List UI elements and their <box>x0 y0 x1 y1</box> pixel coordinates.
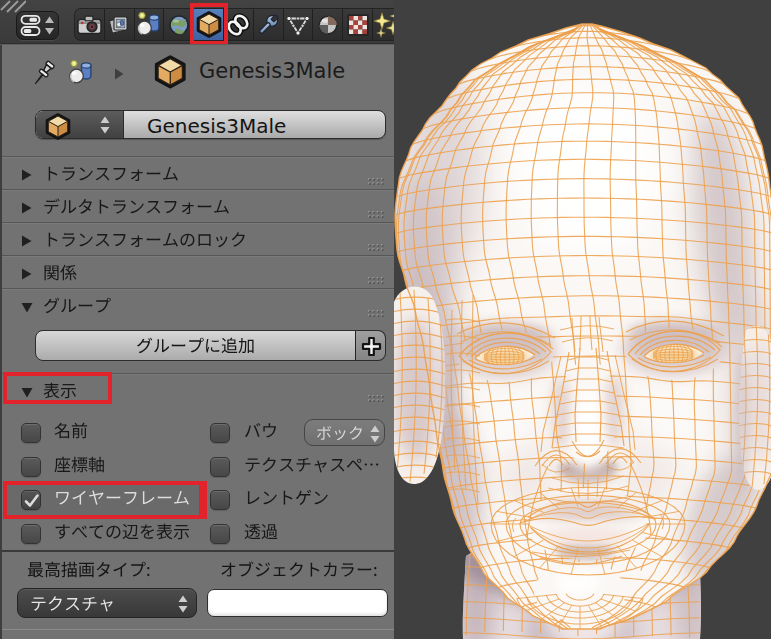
draw-type-value <box>30 595 115 616</box>
tab-material[interactable] <box>313 9 343 40</box>
annotation-box-object-tab <box>190 3 228 45</box>
chevron-collapsed-icon <box>20 200 33 219</box>
checkbox-unchecked[interactable] <box>210 524 230 544</box>
checkbox-label[interactable] <box>54 422 88 443</box>
add-to-group-button[interactable] <box>35 330 356 361</box>
wrench-icon <box>255 12 281 38</box>
panel-grip-icon[interactable] <box>367 170 384 177</box>
plus-icon <box>361 336 382 361</box>
checkbox-unchecked[interactable] <box>210 457 230 477</box>
scene-icon[interactable] <box>66 57 96 92</box>
dropdown-arrows-icon <box>368 423 382 449</box>
tab-constraints[interactable] <box>224 9 254 40</box>
chevron-collapsed-icon <box>20 167 33 186</box>
properties-editor: Genesis3Male Genesis3Male <box>0 0 394 639</box>
scene-icon <box>134 9 164 40</box>
editor-type-button[interactable] <box>16 11 59 40</box>
panel-left-edge <box>0 45 2 639</box>
world-icon <box>167 13 191 37</box>
panel-label <box>43 198 230 219</box>
mesh-data-icon <box>285 12 311 38</box>
panel-grip-icon[interactable] <box>367 269 384 276</box>
tab-object-data[interactable] <box>284 9 314 40</box>
divider <box>0 629 394 630</box>
checkbox-unchecked[interactable] <box>21 423 41 443</box>
checkbox-label[interactable] <box>54 456 105 477</box>
texture-icon <box>346 13 370 37</box>
add-group-plus-button[interactable] <box>355 330 386 361</box>
chain-icon <box>224 11 252 39</box>
panel-grip-icon[interactable] <box>367 203 384 210</box>
panel-label <box>43 297 111 318</box>
panel-grip-icon[interactable] <box>367 387 384 394</box>
breadcrumb: Genesis3Male <box>0 45 394 105</box>
annotation-box-wireframe <box>3 481 207 519</box>
bounds-type-dropdown[interactable] <box>304 419 385 446</box>
checkbox-label[interactable] <box>244 523 278 544</box>
tab-texture[interactable] <box>343 9 373 40</box>
panel-header-0[interactable] <box>0 156 394 189</box>
wireframe-head <box>394 0 771 639</box>
panel-grip-icon[interactable] <box>367 236 384 243</box>
panel-header-4[interactable] <box>0 288 394 321</box>
properties-tab-strip <box>75 9 394 40</box>
tab-render-layers[interactable] <box>105 9 135 40</box>
chevron-expanded-icon <box>20 299 34 318</box>
object-color-swatch[interactable] <box>207 589 388 617</box>
object-icon <box>45 113 71 144</box>
object-color-label <box>220 561 378 582</box>
dropdown-arrows-icon <box>176 593 190 619</box>
checkbox-label[interactable] <box>244 422 278 443</box>
checkbox-unchecked[interactable] <box>210 423 230 443</box>
pin-icon[interactable] <box>27 57 59 95</box>
panel-grip-icon[interactable] <box>367 302 384 309</box>
object-name-field[interactable]: Genesis3Male <box>35 110 386 139</box>
divider <box>0 44 394 45</box>
panel-header-1[interactable] <box>0 189 394 222</box>
chevron-collapsed-icon <box>20 233 33 252</box>
checkbox-label[interactable] <box>244 456 380 477</box>
panel-label <box>43 264 77 285</box>
panel-header-2[interactable] <box>0 222 394 255</box>
material-icon <box>316 13 340 37</box>
viewport-3d[interactable] <box>394 0 771 639</box>
draw-type-label <box>27 561 151 582</box>
tab-render[interactable] <box>75 9 105 40</box>
object-icon <box>154 55 187 93</box>
chevron-collapsed-icon <box>20 266 33 285</box>
tab-particles[interactable] <box>373 9 394 40</box>
object-name-value[interactable]: Genesis3Male <box>147 114 286 138</box>
checkbox-unchecked[interactable] <box>21 524 41 544</box>
render-layers-icon <box>107 13 131 37</box>
breadcrumb-object-name: Genesis3Male <box>199 59 345 83</box>
tab-modifiers[interactable] <box>254 9 284 40</box>
tab-scene[interactable] <box>135 9 165 40</box>
bounds-type-value <box>316 425 364 445</box>
blender-window: { "editor": "properties", "header": { "t… <box>0 0 771 639</box>
browse-arrows-icon <box>98 114 112 140</box>
annotation-box-display-panel <box>3 372 112 404</box>
object-id-browser[interactable] <box>36 111 124 138</box>
caret-right-icon <box>113 66 125 85</box>
checkbox-unchecked[interactable] <box>21 457 41 477</box>
draw-type-dropdown[interactable] <box>17 588 197 618</box>
panel-header-3[interactable] <box>0 255 394 288</box>
add-to-group-label <box>36 337 355 358</box>
divider <box>0 550 394 552</box>
checkbox-label[interactable] <box>54 523 190 544</box>
checkbox-unchecked[interactable] <box>210 490 230 510</box>
checkbox-label[interactable] <box>244 489 329 510</box>
particles-icon <box>374 12 394 38</box>
camera-icon <box>76 12 103 38</box>
panel-label <box>43 231 247 252</box>
panel-label <box>43 165 179 186</box>
